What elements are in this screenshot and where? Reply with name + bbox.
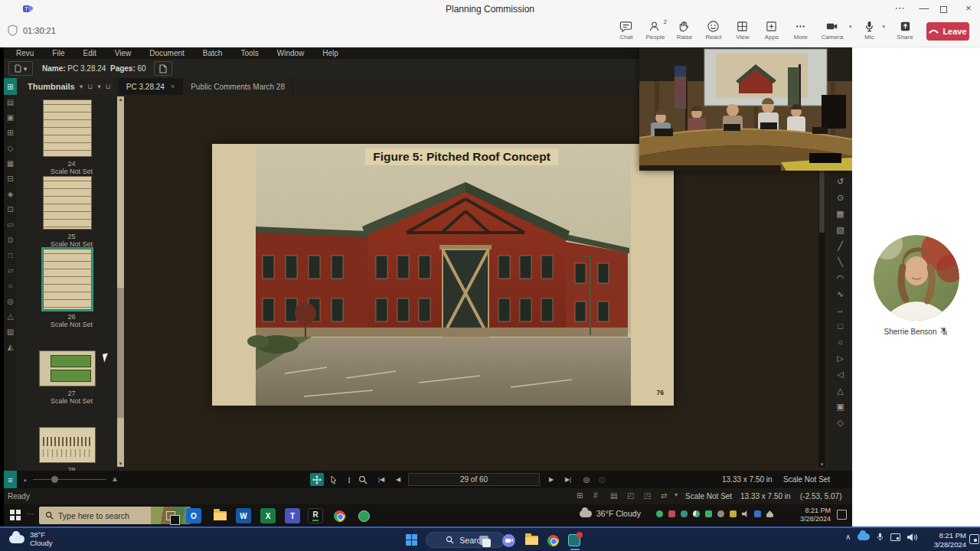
- pan-tool-button[interactable]: [310, 473, 324, 486]
- start-button[interactable]: [406, 534, 417, 546]
- file-explorer-icon[interactable]: [212, 508, 227, 523]
- panel-properties-icon[interactable]: ▣: [7, 113, 14, 122]
- window-close-icon[interactable]: ×: [960, 2, 977, 14]
- taskbar-more-icon[interactable]: ⋯: [27, 510, 34, 518]
- action-center-icon[interactable]: [837, 510, 847, 520]
- more-button[interactable]: More: [786, 20, 815, 41]
- thumbnail-page-27[interactable]: [39, 350, 96, 386]
- tray-icon-9[interactable]: [754, 510, 761, 517]
- tool-crop-icon[interactable]: ▧: [836, 226, 844, 234]
- next-page-button[interactable]: ▶: [544, 473, 558, 486]
- notification-center-icon[interactable]: [969, 534, 979, 544]
- leave-button[interactable]: Leave: [926, 22, 969, 41]
- share-button[interactable]: Share: [890, 20, 920, 41]
- tool-polyline-icon[interactable]: ∿: [837, 290, 844, 298]
- menu-document[interactable]: Document: [149, 49, 185, 57]
- tool-ellipse-icon[interactable]: ○: [838, 338, 843, 347]
- tool-line-icon[interactable]: ╱: [838, 242, 843, 250]
- menu-window[interactable]: Window: [277, 49, 305, 57]
- volume-muted-icon[interactable]: [742, 510, 749, 517]
- taskbar-clock[interactable]: 8:21 PM 3/28/2024: [785, 507, 831, 523]
- tray-icon-5[interactable]: [705, 510, 712, 517]
- panel-capture-icon[interactable]: ▧: [7, 328, 14, 336]
- tool-triangle-icon[interactable]: △: [837, 386, 843, 395]
- swap-icon[interactable]: ⇄: [661, 491, 667, 500]
- raise-hand-button[interactable]: Raise: [670, 20, 699, 41]
- panel-file-access-icon[interactable]: ▤: [7, 98, 14, 106]
- previous-page-button[interactable]: ◀: [391, 473, 405, 486]
- thumbnail-page-25[interactable]: [43, 176, 92, 230]
- tray-icon-6[interactable]: [717, 510, 724, 517]
- camera-button[interactable]: Camera: [815, 20, 849, 41]
- new-document-button[interactable]: [154, 61, 172, 76]
- tray-icon-1[interactable]: [656, 510, 663, 517]
- page-indicator-box[interactable]: 29 of 60: [408, 473, 540, 486]
- tool-measure-icon[interactable]: ◇: [837, 419, 843, 427]
- cast-screen-icon[interactable]: [890, 533, 900, 541]
- panel-tool-chest-icon[interactable]: ▦: [7, 159, 14, 168]
- slider-handle[interactable]: [51, 476, 58, 483]
- scrollbar-thumb[interactable]: [117, 288, 124, 418]
- sync-pages-icon[interactable]: ◰: [627, 491, 634, 500]
- tool-arc-icon[interactable]: ◠: [837, 274, 844, 282]
- file-explorer-icon[interactable]: [524, 533, 539, 548]
- tab-close-icon[interactable]: ×: [171, 83, 175, 90]
- menu-edit[interactable]: Edit: [83, 49, 96, 57]
- panel-forms-icon[interactable]: □: [8, 251, 12, 259]
- tray-folder-icon[interactable]: [730, 510, 737, 517]
- thumbnails-scrollbar[interactable]: ▲ ▼: [117, 96, 124, 467]
- text-select-button[interactable]: I: [342, 473, 356, 486]
- panel-layers-icon[interactable]: ⊡: [7, 205, 13, 214]
- window-minimize-icon[interactable]: —: [916, 2, 933, 14]
- pdf-slide-page[interactable]: Figure 5: Pitched Roof Concept 76: [212, 144, 674, 406]
- system-search-pill[interactable]: Search: [426, 532, 505, 548]
- menu-help[interactable]: Help: [322, 49, 338, 57]
- tray-icon-4[interactable]: [693, 510, 700, 517]
- taskbar-weather[interactable]: 36°F Cloudy: [580, 509, 641, 518]
- panel-sets-icon[interactable]: △: [8, 312, 14, 321]
- scroll-down-icon[interactable]: ▼: [117, 461, 124, 466]
- tray-icon-2[interactable]: [668, 510, 675, 517]
- sync-views-button[interactable]: ◎: [580, 473, 593, 486]
- active-app-with-badge-icon[interactable]: [567, 533, 582, 548]
- grid-toggle-icon[interactable]: ⊞: [577, 491, 583, 500]
- mic-button[interactable]: Mic: [856, 20, 882, 41]
- tool-polygon-left-icon[interactable]: ◁: [837, 370, 843, 379]
- dock-panel-icon[interactable]: ⊔: [87, 83, 93, 90]
- outlook-app-icon[interactable]: O: [186, 508, 201, 523]
- camera-dropdown-icon[interactable]: ▾: [849, 24, 852, 30]
- start-button[interactable]: [10, 510, 21, 520]
- panel-compare-icon[interactable]: ◭: [8, 343, 14, 351]
- mic-dropdown-icon[interactable]: ▾: [882, 24, 885, 30]
- tool-image-icon[interactable]: ▦: [836, 210, 844, 218]
- excel-app-icon[interactable]: X: [260, 508, 276, 523]
- status-scale[interactable]: Scale Not Set: [685, 492, 732, 500]
- thumbnail-page-26-selected[interactable]: [43, 249, 92, 310]
- view-button[interactable]: View: [728, 20, 757, 41]
- task-view-button[interactable]: [476, 533, 492, 548]
- thumbnail-page-28[interactable]: [39, 427, 96, 463]
- panel-3d-icon[interactable]: ◎: [7, 297, 14, 305]
- panel-markups-icon[interactable]: ⊟: [7, 174, 13, 183]
- thumbnails-caret-icon[interactable]: ▾: [80, 83, 83, 90]
- menu-revu[interactable]: Revu: [16, 49, 34, 57]
- panel-grid-icon[interactable]: ⊞: [4, 78, 17, 95]
- video-app-icon[interactable]: [501, 533, 516, 548]
- file-menu-button[interactable]: ▾: [8, 61, 33, 76]
- system-weather-widget[interactable]: 38°F Cloudy: [9, 530, 53, 547]
- thumbnail-page-24[interactable]: [43, 99, 92, 157]
- tab-public-comments[interactable]: Public Comments March 28: [183, 78, 293, 95]
- tab-pc-32824[interactable]: PC 3.28.24 ×: [119, 78, 183, 95]
- volume-icon[interactable]: [907, 533, 918, 542]
- panel-spaces-icon[interactable]: ▭: [7, 220, 14, 229]
- scale-caret-icon[interactable]: ▾: [675, 491, 678, 498]
- panel-measurements-icon[interactable]: ◈: [8, 190, 14, 198]
- reuse-tool-icon[interactable]: ▤: [610, 491, 617, 500]
- chat-button[interactable]: Chat: [612, 20, 641, 41]
- tool-dimension-icon[interactable]: ↔: [836, 306, 844, 315]
- network-icon[interactable]: [766, 510, 773, 517]
- menu-view[interactable]: View: [115, 49, 132, 57]
- tray-icon-3[interactable]: [681, 510, 688, 517]
- system-clock[interactable]: 8:21 PM 3/28/2024: [923, 531, 966, 549]
- thumbnail-size-slider[interactable]: [33, 479, 106, 480]
